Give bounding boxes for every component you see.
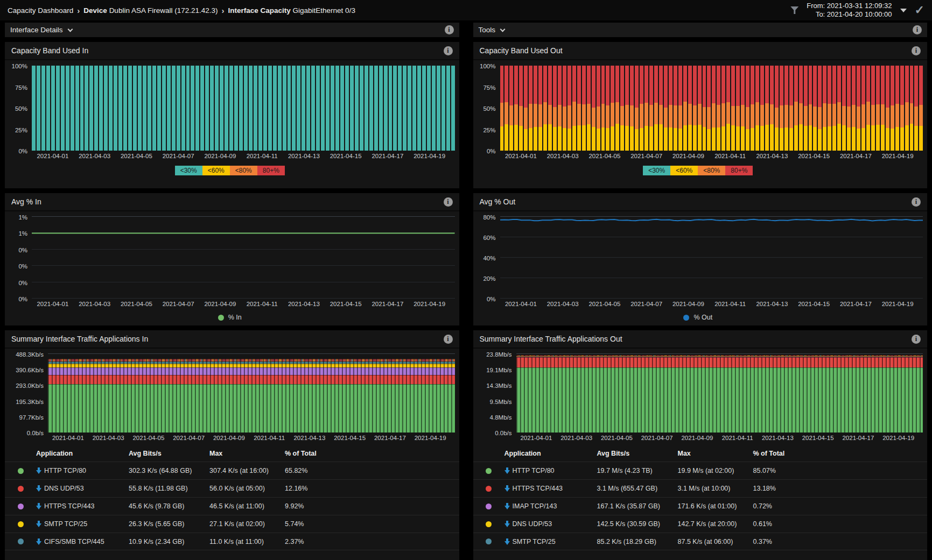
info-icon[interactable]: i <box>912 197 921 207</box>
section-header-tools[interactable]: Tools i <box>473 23 928 37</box>
table-row[interactable]: HTTP TCP/80302.3 K/s (64.88 GB)307.4 K/s… <box>5 462 459 479</box>
legend-item[interactable]: <80% <box>698 166 725 175</box>
legend-item[interactable]: % Out <box>683 314 712 321</box>
bar-segment <box>751 66 754 104</box>
chart-plot[interactable] <box>48 354 455 433</box>
table-row[interactable]: HTTPS TCP/44345.6 K/s (9.78 GB)46.5 K/s … <box>5 497 459 515</box>
legend-item[interactable]: <30% <box>175 166 202 175</box>
filter-icon[interactable] <box>790 6 798 14</box>
bar-segment <box>813 107 817 127</box>
chart-plot[interactable] <box>500 217 923 299</box>
top-bar: Capacity Dashboard›Device Dublin ASA Fir… <box>0 0 932 20</box>
bar-segment <box>804 106 808 126</box>
application-cell[interactable]: SMTP TCP/25 <box>504 538 597 545</box>
bar-segment <box>46 66 50 151</box>
bar-segment <box>886 66 889 108</box>
table-row[interactable]: CIFS/SMB TCP/44510.9 K/s (2.34 GB)11.0 K… <box>5 533 459 550</box>
table-row[interactable]: IMAP TCP/143167.1 K/s (35.87 GB)171.6 K/… <box>473 497 928 515</box>
table-row[interactable]: HTTPS TCP/4433.1 M/s (655.47 GB)3.1 M/s … <box>473 479 928 497</box>
bar-segment <box>75 66 79 151</box>
application-cell[interactable]: DNS UDP/53 <box>36 485 129 492</box>
breadcrumb-item[interactable]: Device Dublin ASA Firewall (172.21.42.3) <box>83 6 218 15</box>
application-name[interactable]: HTTP TCP/80 <box>513 467 555 474</box>
bar-segment <box>509 105 513 125</box>
bar <box>41 66 45 151</box>
chart-plot[interactable] <box>32 66 455 151</box>
table-row[interactable]: DNS UDP/53142.5 K/s (30.59 GB)142.7 K/s … <box>473 515 928 533</box>
section-header-interface-details[interactable]: Interface Details i <box>5 23 459 37</box>
bar <box>249 66 253 151</box>
bar-segment <box>760 126 764 151</box>
bar-segment <box>220 66 223 151</box>
chart-plot[interactable] <box>500 66 923 151</box>
table-row[interactable]: SMTP TCP/2585.2 K/s (18.29 GB)87.5 K/s (… <box>473 533 928 550</box>
chart-area: 1%1%0%0%0%0% 2021-04-012021-04-032021-04… <box>5 211 459 321</box>
application-cell[interactable]: HTTPS TCP/443 <box>504 485 597 492</box>
application-name[interactable]: CIFS/SMB TCP/445 <box>44 538 104 545</box>
bar <box>374 66 378 151</box>
bar <box>640 66 643 151</box>
application-name[interactable]: HTTPS TCP/443 <box>44 502 95 510</box>
bar-segment <box>582 125 586 151</box>
bar-segment <box>635 108 639 129</box>
application-name[interactable]: HTTPS TCP/443 <box>513 485 563 492</box>
chart-plot[interactable] <box>32 217 455 299</box>
application-name[interactable]: DNS UDP/53 <box>513 520 552 528</box>
application-cell[interactable]: DNS UDP/53 <box>504 520 597 528</box>
legend-item[interactable]: 80+% <box>257 166 285 175</box>
legend-item[interactable]: 80+% <box>725 166 753 175</box>
bar-segment <box>558 126 562 151</box>
bar <box>683 66 687 151</box>
application-cell[interactable]: HTTP TCP/80 <box>504 467 597 474</box>
time-range-display[interactable]: From: 2021-03-31 12:09:32 To: 2021-04-20… <box>807 2 892 19</box>
bar <box>919 66 923 151</box>
apply-checkmark-icon[interactable]: ✓ <box>915 4 924 16</box>
x-axis: 2021-04-012021-04-032021-04-052021-04-07… <box>32 301 451 307</box>
info-icon[interactable]: i <box>444 197 453 207</box>
x-axis-tick: 2021-04-05 <box>584 301 626 307</box>
x-axis-tick: 2021-04-05 <box>597 435 637 441</box>
x-axis: 2021-04-012021-04-032021-04-052021-04-07… <box>516 435 919 441</box>
breadcrumb-item[interactable]: Interface Capacity GigabitEthernet 0/3 <box>228 6 355 15</box>
bar-segment <box>335 66 339 151</box>
application-name[interactable]: HTTP TCP/80 <box>44 467 86 474</box>
application-cell[interactable]: HTTPS TCP/443 <box>36 502 129 510</box>
info-icon[interactable]: i <box>912 335 921 344</box>
bar <box>876 66 880 151</box>
bar <box>784 66 788 151</box>
bar-segment <box>881 104 885 125</box>
info-icon[interactable]: i <box>444 46 453 55</box>
info-icon[interactable]: i <box>444 335 453 344</box>
legend-item[interactable]: <60% <box>670 166 698 175</box>
legend-item[interactable]: <30% <box>643 166 670 175</box>
application-name[interactable]: DNS UDP/53 <box>44 485 84 492</box>
info-icon[interactable]: i <box>913 25 922 34</box>
stack-band <box>48 364 455 368</box>
application-name[interactable]: SMTP TCP/25 <box>44 520 87 528</box>
table-row[interactable]: HTTP TCP/8019.7 M/s (4.23 TB)19.9 M/s (a… <box>473 462 928 479</box>
legend-item[interactable]: <80% <box>230 166 257 175</box>
bar-segment <box>678 105 682 129</box>
application-cell[interactable]: IMAP TCP/143 <box>504 502 597 510</box>
bar-segment <box>606 66 609 105</box>
bar <box>698 66 702 151</box>
legend-item[interactable]: <60% <box>202 166 230 175</box>
bar-segment <box>229 66 233 151</box>
info-icon[interactable]: i <box>445 25 454 34</box>
table-row[interactable]: DNS UDP/5355.8 K/s (11.98 GB)56.0 K/s (a… <box>5 479 459 497</box>
table-row[interactable]: SMTP TCP/2526.3 K/s (5.65 GB)27.1 K/s (a… <box>5 515 459 533</box>
bar-segment <box>770 124 774 151</box>
application-name[interactable]: SMTP TCP/25 <box>513 538 556 545</box>
caret-down-icon[interactable] <box>900 9 907 12</box>
application-cell[interactable]: SMTP TCP/25 <box>36 520 129 528</box>
chart-plot[interactable] <box>516 354 923 433</box>
info-icon[interactable]: i <box>912 46 921 55</box>
bar-segment <box>640 128 643 151</box>
application-name[interactable]: IMAP TCP/143 <box>513 502 557 510</box>
application-cell[interactable]: HTTP TCP/80 <box>36 467 129 474</box>
breadcrumb-item[interactable]: Capacity Dashboard <box>8 6 73 15</box>
application-cell[interactable]: CIFS/SMB TCP/445 <box>36 538 129 545</box>
bar <box>809 66 812 151</box>
legend-item[interactable]: % In <box>218 314 242 321</box>
stack-band <box>516 356 923 357</box>
